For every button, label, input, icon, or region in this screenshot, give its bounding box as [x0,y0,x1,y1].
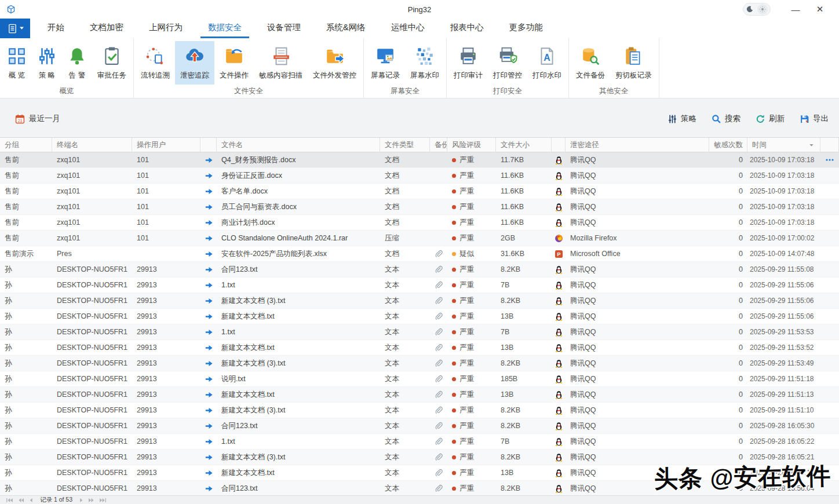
cell-backup [430,309,447,324]
cell-file-size: 185B [496,371,552,386]
ribbon-button-sensitive-scan[interactable]: 敏感内容扫描 [254,41,308,85]
cell-open-arrow [200,340,217,355]
date-range-filter[interactable]: 23 最近一月 [15,114,60,124]
column-header-blank-13[interactable] [820,138,839,152]
table-row[interactable]: 售前zxq101101CLO Standalone OnlineAuth 202… [0,231,839,246]
table-row[interactable]: 孙DESKTOP-NUO5FR129913新建文本文档.txt文本严重13B腾讯… [0,309,839,324]
ribbon-button-overview[interactable]: 概 览 [2,41,32,85]
ribbon-button-screen-record[interactable]: 屏幕记录 [366,41,405,85]
ribbon-button-approval-tasks[interactable]: 审批任务 [92,41,132,85]
risk-label: 严重 [459,171,474,181]
menu-tab-4[interactable]: 设备管理 [260,19,308,38]
table-row[interactable]: 孙DESKTOP-NUO5FR129913新建文本文档 (3).txt文本严重8… [0,293,839,309]
cell-more [820,340,839,355]
ribbon-button-alert[interactable]: 告 警 [62,41,92,85]
ribbon-button-flow-trace[interactable]: 流转追溯 [136,41,175,85]
clipboard-doc-icon [623,46,643,66]
cell-user [132,246,200,261]
table-row[interactable]: 售前zxq101101Q4_财务预测报告.docx文档严重11.7KB腾讯QQ0… [0,152,839,168]
ribbon-button-print-audit[interactable]: 打印审计 [448,41,488,85]
cell-sensitive-count: 0 [709,262,747,277]
table-row[interactable]: 孙DESKTOP-NUO5FR129913合同123.txt文本严重8.2KB腾… [0,262,839,277]
table-row[interactable]: 售前演示Pres安在软件-2025产品功能列表.xlsx文档疑似31.6KBPM… [0,246,839,262]
policy-button[interactable]: 策略 [667,114,696,124]
more-actions-button[interactable] [825,155,834,165]
table-row[interactable]: 售前zxq101101身份证正反面.docx文档严重11.6KB腾讯QQ0202… [0,168,839,184]
search-button[interactable]: 搜索 [712,114,740,124]
cell-backup [430,246,447,261]
column-header-风险评级[interactable]: 风险评级 [447,138,496,152]
ribbon-button-print-control[interactable]: 打印管控 [488,41,527,85]
menu-tab-2[interactable]: 上网行为 [141,19,190,38]
ribbon-button-file-outgoing[interactable]: 文件外发管控 [308,41,362,85]
column-header-label: 风险评级 [452,140,481,150]
cell-channel-icon [552,340,566,355]
table-body: 售前zxq101101Q4_财务预测报告.docx文档严重11.7KB腾讯QQ0… [0,152,839,495]
table-row[interactable]: 孙DESKTOP-NUO5FR129913新建文本文档 (3).txt文本严重8… [0,403,839,418]
column-header-文件名[interactable]: 文件名 [217,138,380,152]
table-row[interactable]: 售前zxq101101商业计划书.docx文档严重11.6KB腾讯QQ02025… [0,215,839,231]
column-header-分组[interactable]: 分组 [0,138,52,152]
cell-channel-name: 腾讯QQ [566,356,709,371]
table-row[interactable]: 孙DESKTOP-NUO5FR129913新建文本文档 (3).txt文本严重8… [0,356,839,371]
minimize-button[interactable]: — [783,0,808,19]
ribbon-button-file-backup[interactable]: 文件备份 [571,41,610,85]
ribbon-button-screen-watermark[interactable]: 屏幕水印 [405,41,444,85]
ribbon-button-clipboard-record[interactable]: 剪切板记录 [610,41,657,85]
column-header-时间[interactable]: 时间 [747,138,820,152]
theme-toggle[interactable] [743,3,771,16]
table-header: 分组终端名操作用户文件名文件类型备份风险评级文件大小泄密途径敏感次数时间 [0,137,839,152]
table-row[interactable]: 孙DESKTOP-NUO5FR129913合同123.txt文本严重8.2KB腾… [0,418,839,434]
cell-channel-name: 腾讯QQ [566,199,709,214]
table-row[interactable]: 孙DESKTOP-NUO5FR1299131.txt文本严重7B腾讯QQ0202… [0,277,839,293]
column-header-备份[interactable]: 备份 [430,138,447,152]
cell-time: 2025-09-29 11:55:06 [747,277,820,293]
table-row[interactable]: 孙DESKTOP-NUO5FR129913新建文本文档.txt文本严重13B腾讯… [0,340,839,356]
column-header-泄密途径[interactable]: 泄密途径 [566,138,709,152]
column-header-操作用户[interactable]: 操作用户 [132,138,200,152]
menu-tab-7[interactable]: 报表中心 [443,19,491,38]
nav-prev-page-icon[interactable] [18,498,24,503]
table-row[interactable]: 孙DESKTOP-NUO5FR1299131.txt文本严重7B腾讯QQ0202… [0,324,839,340]
table-row[interactable]: 售前zxq101101员工合同与薪资表.docx文档严重11.6KB腾讯QQ02… [0,199,839,215]
risk-dot [452,252,456,256]
menu-tab-1[interactable]: 文档加密 [82,19,131,38]
ribbon-group-buttons: 打印审计打印管控A打印水印 [448,38,567,85]
nav-next-page-icon[interactable] [88,498,94,503]
table-row[interactable]: 孙DESKTOP-NUO5FR129913说明.txt文本严重185B腾讯QQ0… [0,371,839,387]
risk-dot [452,315,456,319]
ribbon-button-print-watermark[interactable]: A打印水印 [527,41,567,85]
table-row[interactable]: 售前zxq101101客户名单.docx文档严重11.6KB腾讯QQ02025-… [0,184,839,199]
column-header-敏感次数[interactable]: 敏感次数 [709,138,747,152]
table-row[interactable]: 孙DESKTOP-NUO5FR129913新建文本文档.txt文本严重13B腾讯… [0,387,839,403]
risk-dot [452,236,456,240]
menu-tab-3[interactable]: 数据安全 [200,19,249,38]
ribbon-button-file-ops[interactable]: 文件操作 [214,41,254,85]
nav-last-icon[interactable] [99,498,107,503]
column-header-blank-3[interactable] [200,138,217,152]
column-header-终端名[interactable]: 终端名 [52,138,132,152]
nav-first-icon[interactable] [6,498,13,503]
office-icon: P [555,250,563,258]
export-button[interactable]: 导出 [800,114,829,124]
arrow-right-icon [205,469,213,477]
ribbon-button-policy[interactable]: 策 略 [32,41,62,85]
menu-tab-8[interactable]: 更多功能 [502,19,550,38]
menu-tab-0[interactable]: 开始 [40,19,72,38]
cell-open-arrow [200,450,217,465]
cell-file-name: 新建文本文档 (3).txt [217,356,380,371]
close-button[interactable]: ✕ [808,0,832,19]
column-header-文件大小[interactable]: 文件大小 [496,138,552,152]
column-header-blank-9[interactable] [552,138,566,152]
ribbon-button-leak-trace[interactable]: 泄密追踪 [175,41,214,85]
app-menu-button[interactable] [0,19,30,38]
nav-next-icon[interactable] [79,498,83,503]
cell-user: 29913 [132,465,200,480]
column-header-文件类型[interactable]: 文件类型 [380,138,430,152]
table-row[interactable]: 孙DESKTOP-NUO5FR1299131.txt文本严重7B腾讯QQ0202… [0,434,839,450]
menu-tab-5[interactable]: 系统&网络 [319,19,373,38]
nav-prev-icon[interactable] [29,498,33,503]
refresh-button[interactable]: 刷新 [756,114,785,124]
menu-tab-6[interactable]: 运维中心 [384,19,432,38]
cell-file-size: 8.2KB [496,356,552,371]
